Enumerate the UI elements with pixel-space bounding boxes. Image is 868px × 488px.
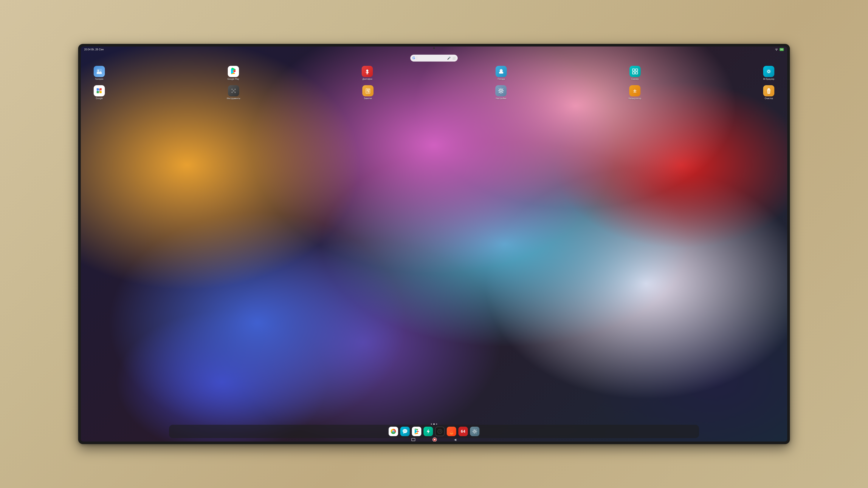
dock-fire[interactable]: [447, 427, 456, 436]
app-browser[interactable]: Mi Браузер: [763, 66, 774, 80]
nav-back[interactable]: ◀: [454, 438, 456, 441]
cleaner-label: Очистка: [765, 97, 773, 100]
notes-icon: [362, 85, 373, 96]
browser-label: Mi Браузер: [763, 78, 774, 80]
app-gallery[interactable]: Галерея: [94, 66, 105, 80]
play-label: Google Play: [227, 78, 239, 80]
notes-label: Заметки: [364, 97, 372, 100]
play-icon: [228, 66, 239, 77]
app-scanner[interactable]: Сканер: [629, 66, 641, 80]
svg-rect-17: [99, 88, 102, 90]
app-calculator[interactable]: Калькулятор: [629, 85, 641, 100]
svg-point-41: [404, 430, 405, 431]
dock-64[interactable]: 64: [458, 427, 468, 436]
svg-point-46: [440, 431, 440, 431]
svg-line-28: [234, 91, 235, 92]
calculator-label: Калькулятор: [629, 97, 641, 100]
tools-icon: [228, 85, 239, 96]
mic-icon[interactable]: 🎤: [447, 57, 451, 60]
front-camera: [433, 47, 435, 49]
nav-recent[interactable]: [411, 438, 415, 441]
dock-bolt[interactable]: [424, 427, 433, 436]
svg-point-47: [474, 430, 475, 432]
lens-icon[interactable]: ⬜: [452, 57, 456, 60]
settings-label: Настройки: [496, 97, 506, 100]
app-google-play[interactable]: Google Play: [227, 66, 239, 80]
svg-rect-18: [97, 91, 99, 93]
tools-label: Инструменты: [227, 97, 240, 100]
svg-point-39: [393, 431, 394, 432]
svg-rect-11: [636, 72, 638, 74]
google-label: Google: [96, 97, 103, 100]
dock-chrome[interactable]: [389, 427, 398, 436]
app-google[interactable]: G Google: [94, 85, 105, 100]
desk-surface: 20:04 Вт, 26 Сен 99 G: [0, 0, 868, 488]
status-icons: 99: [775, 48, 784, 51]
battery-icon: 99: [779, 48, 784, 51]
app-weather[interactable]: Погода: [496, 66, 507, 80]
nav-bar: ◀: [81, 438, 787, 441]
svg-rect-10: [632, 72, 634, 74]
svg-rect-19: [99, 91, 102, 93]
calculator-icon: [629, 85, 641, 96]
gallery-icon: [94, 66, 105, 77]
dictaphone-icon: [362, 66, 373, 77]
google-icon: G: [94, 85, 105, 96]
app-settings[interactable]: Настройки: [495, 85, 506, 100]
gallery-label: Галерея: [95, 78, 103, 80]
search-bar[interactable]: G 🎤 ⬜: [410, 55, 458, 62]
svg-point-42: [406, 430, 406, 431]
svg-point-1: [97, 70, 99, 71]
dock: 64: [169, 425, 699, 438]
status-time: 20:04 Вт, 26 Сен: [84, 48, 103, 51]
tablet-screen: 20:04 Вт, 26 Сен 99 G: [81, 46, 787, 442]
app-cleaner[interactable]: Очистка: [763, 85, 774, 100]
svg-point-3: [366, 69, 368, 72]
dock-camera[interactable]: [435, 427, 444, 436]
weather-label: Погода: [498, 78, 505, 80]
wallpaper: [81, 46, 787, 442]
svg-rect-9: [636, 69, 638, 71]
google-logo: G: [412, 56, 415, 60]
dictaphone-label: Диктофон: [362, 78, 372, 80]
weather-icon: [496, 66, 507, 77]
svg-point-30: [500, 90, 502, 92]
scanner-label: Сканер: [631, 78, 639, 80]
nav-home[interactable]: [433, 437, 437, 442]
app-row-2: G Google: [94, 85, 774, 100]
dock-gear[interactable]: [470, 427, 479, 436]
tablet-device: 20:04 Вт, 26 Сен 99 G: [78, 44, 790, 444]
wifi-icon: [775, 48, 778, 51]
app-row-1: Галерея: [94, 66, 774, 80]
svg-point-14: [768, 71, 769, 72]
settings-icon: [495, 85, 506, 96]
cleaner-icon: [763, 85, 774, 96]
scanner-icon: [629, 66, 641, 77]
app-notes[interactable]: Заметки: [362, 85, 373, 100]
dock-play-store[interactable]: [412, 427, 421, 436]
search-divider: [417, 56, 417, 60]
dock-chat[interactable]: [400, 427, 410, 436]
svg-point-40: [403, 430, 404, 431]
svg-rect-16: [97, 88, 99, 90]
svg-line-27: [232, 91, 234, 92]
svg-rect-8: [632, 69, 634, 71]
svg-line-26: [234, 89, 235, 91]
svg-line-25: [232, 89, 234, 91]
app-dictaphone[interactable]: Диктофон: [362, 66, 373, 80]
app-tools[interactable]: Инструменты: [227, 85, 240, 100]
browser-icon: [763, 66, 774, 77]
